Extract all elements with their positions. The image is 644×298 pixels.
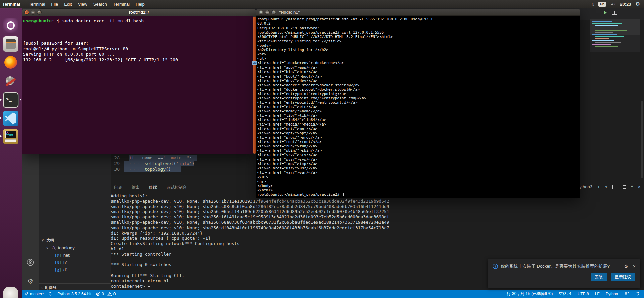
- notifications-bell-icon[interactable]: [635, 292, 639, 296]
- window-title-bar[interactable]: ✕ — ▢ "Node: h1": [256, 9, 580, 16]
- maximize-panel-icon[interactable]: ^: [631, 184, 633, 189]
- xterm-content[interactable]: root@ubuntu:~/mininet_prog/practice2# ss…: [256, 16, 580, 198]
- terminal-output-line: </html>: [257, 188, 580, 192]
- volume-muted-icon[interactable]: ◄×: [610, 2, 616, 6]
- outline-item[interactable]: [@] d1: [55, 267, 68, 272]
- launcher-dock: >_ XTERM: [0, 8, 22, 298]
- outline-section-header[interactable]: ∨ 大纲: [41, 238, 54, 243]
- notification-gear-icon[interactable]: ⚙: [624, 264, 628, 269]
- running-indicator: [0, 98, 2, 101]
- maximize-button[interactable]: ▢: [271, 10, 276, 15]
- menu-item[interactable]: File: [48, 2, 61, 7]
- shell-select[interactable]: ython3: [579, 184, 592, 189]
- error-icon: [96, 292, 100, 296]
- dropdown-caret-icon[interactable]: ∨: [605, 185, 607, 189]
- code-line[interactable]: 29····setLogLevel('info'): [111, 161, 194, 167]
- install-button[interactable]: 安装: [591, 273, 607, 281]
- dock-item-system-tools[interactable]: [3, 73, 18, 89]
- more-actions-icon[interactable]: ···: [623, 10, 628, 15]
- eol-status[interactable]: LF: [595, 292, 600, 296]
- outline-item[interactable]: [@] h1: [55, 260, 68, 265]
- property-symbol-icon: [@]: [55, 253, 61, 257]
- close-button[interactable]: ✕: [24, 10, 29, 15]
- menu-item[interactable]: Terminal: [110, 2, 133, 7]
- code-text: setLogLevel('info'): [145, 161, 195, 167]
- window-title-bar[interactable]: root@d1: / ✕ — ▢: [22, 9, 256, 16]
- minimize-button[interactable]: —: [265, 10, 270, 15]
- notification-close-icon[interactable]: ×: [633, 264, 636, 269]
- menu-item[interactable]: View: [75, 2, 90, 7]
- network-indicator-icon[interactable]: ↑↓: [591, 2, 594, 7]
- kill-terminal-icon[interactable]: [623, 185, 626, 189]
- show-recommendations-button[interactable]: 显示建议: [611, 273, 635, 281]
- ubuntu-logo-icon: [7, 21, 15, 30]
- editor-scrollbar[interactable]: [641, 101, 643, 178]
- sync-icon[interactable]: [48, 292, 53, 296]
- minimap[interactable]: [590, 19, 640, 52]
- minimize-button[interactable]: —: [31, 10, 35, 15]
- indentation-status[interactable]: 空格: 4: [559, 291, 571, 297]
- terminal-output-line: <li><a href="docker.stderr">docker.stder…: [257, 83, 580, 87]
- terminal-output-line: <li><a href="entrypoint.cmd/">entrypoint…: [257, 96, 580, 100]
- dock-item-vscode[interactable]: [3, 111, 18, 126]
- menu-item[interactable]: Edit: [61, 2, 75, 7]
- menu-item[interactable]: Help: [133, 2, 148, 7]
- run-python-file-icon[interactable]: [604, 11, 607, 15]
- xterm-window: ✕ — ▢ "Node: h1" root@ubuntu:~/mininet_p…: [256, 9, 580, 198]
- problems-status[interactable]: 0 0: [96, 292, 116, 296]
- clock[interactable]: 20:23: [620, 2, 631, 7]
- outline-item-topology[interactable]: ∨ ⬡ topology: [46, 245, 75, 250]
- outline-item[interactable]: [@] net: [55, 253, 70, 258]
- new-terminal-icon[interactable]: +: [597, 184, 600, 189]
- panel-tab[interactable]: 终端: [149, 185, 157, 192]
- running-indicator: [0, 117, 2, 119]
- dock-item-terminal[interactable]: >_: [3, 92, 18, 108]
- scrollbar-slider[interactable]: [253, 17, 256, 154]
- terminal-content[interactable]: user@ubuntu:~$ sudo docker exec -it mn.d…: [22, 16, 253, 154]
- close-button[interactable]: ✕: [259, 10, 263, 15]
- terminal-output-line: <li><a href="proc/">proc/</a>: [257, 135, 580, 140]
- chevron-down-icon: ∨: [41, 238, 44, 242]
- panel-tab[interactable]: 问题: [114, 185, 122, 192]
- close-panel-icon[interactable]: ×: [638, 184, 641, 189]
- dock-item-xterm[interactable]: XTERM: [3, 129, 18, 144]
- dock-item-files[interactable]: [3, 36, 18, 52]
- python-interpreter-status[interactable]: Python 3.5.2 64-bit: [57, 292, 91, 296]
- cursor-position-status[interactable]: 行 30，列 15 (已选择670): [507, 291, 553, 297]
- terminal-prompt-icon: >_: [6, 96, 12, 102]
- prompt-user-host: user@ubuntu: [23, 18, 52, 23]
- terminal-output-line: root@ubuntu:~/mininet_prog/practice2# ss…: [257, 17, 580, 21]
- terminal-output-line: <!DOCTYPE html PUBLIC "-//W3C//DTD HTML …: [257, 35, 580, 39]
- language-mode-status[interactable]: Python: [606, 292, 618, 296]
- split-terminal-icon[interactable]: [612, 185, 617, 189]
- settings-gear-icon[interactable]: ⚙: [26, 277, 34, 285]
- focused-indicator: [20, 98, 21, 101]
- session-gear-icon[interactable]: ⚙: [636, 1, 640, 7]
- account-icon[interactable]: [26, 258, 34, 266]
- terminal-output-line: <h2>Directory listing for /</h2>: [257, 48, 580, 52]
- dock-item-trash[interactable]: [3, 287, 18, 298]
- terminal-line: 192.168.0.2 - - [06/Aug/2021 12:23:22] "…: [23, 57, 253, 63]
- active-app-name[interactable]: Terminal: [2, 2, 20, 7]
- outline-item-label: net: [63, 253, 70, 258]
- outline-item-label: d1: [63, 267, 68, 272]
- menu-item[interactable]: Search: [90, 2, 110, 7]
- maximize-button[interactable]: ▢: [37, 10, 42, 15]
- dock-item-firefox[interactable]: [3, 55, 18, 70]
- keyboard-layout-indicator[interactable]: En: [598, 2, 606, 7]
- encoding-status[interactable]: UTF-8: [578, 292, 589, 296]
- terminal-scrollbar[interactable]: [253, 16, 256, 154]
- git-branch-status[interactable]: master*: [25, 292, 44, 296]
- panel-tab[interactable]: 输出: [132, 185, 140, 192]
- dock-item-ubuntu[interactable]: [3, 18, 18, 33]
- class-symbol-icon: ⬡: [51, 246, 56, 250]
- code-line[interactable]: 30····topology(): [111, 167, 171, 172]
- menu-item[interactable]: Terminal: [26, 2, 48, 7]
- code-line[interactable]: 28if __name__=="__main__":: [111, 155, 192, 161]
- terminal-output-line: <title>Directory listing for /</title>: [257, 39, 580, 43]
- panel-tab[interactable]: 调试控制台: [167, 185, 187, 192]
- feedback-icon[interactable]: [624, 292, 629, 296]
- vscode-logo-icon: [4, 112, 17, 125]
- integrated-terminal[interactable]: Adding hosts1:smallko/php-apache-dev; v1…: [111, 193, 389, 289]
- split-editor-icon[interactable]: [612, 11, 617, 15]
